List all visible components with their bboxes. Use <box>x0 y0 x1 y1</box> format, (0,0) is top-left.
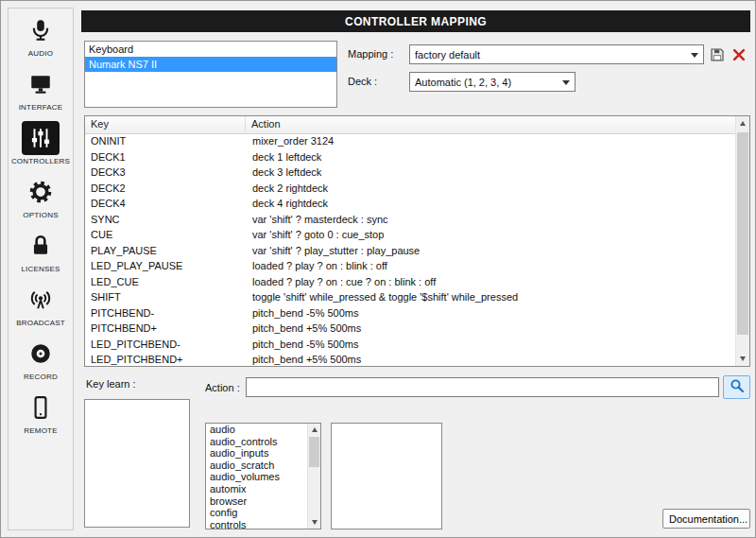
cell-key: LED_PITCHBEND- <box>85 337 246 353</box>
action-label: Action : <box>205 382 240 393</box>
scroll-up-icon[interactable] <box>736 116 749 130</box>
record-icon <box>22 337 60 371</box>
sidebar-item-label: LICENSES <box>21 265 60 273</box>
floppy-save-icon <box>708 46 727 63</box>
cell-action: loaded ? play ? on : cue ? on : blink : … <box>246 274 436 290</box>
cell-key: DECK3 <box>85 165 246 181</box>
mapping-combobox[interactable]: factory default <box>409 44 704 64</box>
key-learn-listbox[interactable] <box>84 399 190 528</box>
sidebar-item-audio[interactable]: AUDIO <box>9 13 73 67</box>
table-row[interactable]: PITCHBEND+pitch_bend +5% 500ms <box>85 321 735 337</box>
cell-key: ONINIT <box>85 133 246 149</box>
delete-mapping-button[interactable] <box>730 45 748 64</box>
sidebar-item-remote[interactable]: REMOTE <box>9 390 73 444</box>
table-row[interactable]: SHIFTtoggle 'shift' while_pressed & togg… <box>85 289 735 305</box>
scrollbar-thumb[interactable] <box>309 437 319 467</box>
column-header-key[interactable]: Key <box>85 116 246 133</box>
cell-key: PLAY_PAUSE <box>85 243 246 259</box>
table-row[interactable]: DECK1deck 1 leftdeck <box>85 149 735 165</box>
chevron-down-icon <box>562 80 570 85</box>
table-row[interactable]: CUEvar 'shift' ? goto 0 : cue_stop <box>85 227 735 243</box>
scroll-up-icon[interactable] <box>308 424 320 436</box>
sidebar-item-label: OPTIONS <box>23 211 58 219</box>
table-header: Key Action <box>85 116 735 134</box>
table-row[interactable]: SYNCvar 'shift' ? masterdeck : sync <box>85 212 735 228</box>
action-category-item[interactable]: audio_inputs <box>206 447 307 460</box>
table-row[interactable]: LED_PITCHBEND+pitch_bend +5% 500ms <box>85 352 735 366</box>
cell-key: LED_PLAY_PAUSE <box>85 258 246 274</box>
cell-action: deck 2 rightdeck <box>246 181 328 197</box>
category-scrollbar[interactable] <box>307 424 320 529</box>
table-row[interactable]: LED_PLAY_PAUSEloaded ? play ? on : blink… <box>85 258 735 274</box>
column-header-action[interactable]: Action <box>246 116 286 133</box>
device-item[interactable]: Numark NS7 II <box>85 57 336 72</box>
action-input[interactable] <box>246 377 719 397</box>
cell-action: loaded ? play ? on : blink : off <box>246 258 387 274</box>
deck-combobox-value: Automatic (1, 2, 3, 4) <box>415 77 511 88</box>
cell-action: toggle 'shift' while_pressed & toggle '$… <box>246 289 518 305</box>
cell-action: pitch_bend +5% 500ms <box>246 352 361 366</box>
sidebar-item-controllers[interactable]: CONTROLLERS <box>9 121 73 175</box>
cell-key: PITCHBEND+ <box>85 321 246 337</box>
sidebar-item-label: INTERFACE <box>19 103 63 112</box>
red-x-delete-icon <box>730 46 748 63</box>
sidebar-item-record[interactable]: RECORD <box>9 337 73 390</box>
scroll-down-icon[interactable] <box>308 516 320 529</box>
cell-action: pitch_bend +5% 500ms <box>246 321 361 337</box>
device-list[interactable]: KeyboardNumark NS7 II <box>84 41 337 108</box>
table-row[interactable]: LED_PITCHBEND-pitch_bend -5% 500ms <box>85 337 735 353</box>
scroll-down-icon[interactable] <box>736 352 749 366</box>
table-row[interactable]: DECK4deck 4 rightdeck <box>85 196 735 212</box>
table-row[interactable]: ONINITmixer_order 3124 <box>85 133 735 149</box>
sidebar-item-broadcast[interactable]: BROADCAST <box>9 283 73 337</box>
sidebar-item-options[interactable]: OPTIONS <box>9 175 73 229</box>
gear-icon <box>22 175 60 209</box>
mapping-combobox-value: factory default <box>415 49 480 61</box>
cell-key: SYNC <box>85 212 246 228</box>
smartphone-icon <box>22 390 60 425</box>
action-category-item[interactable]: audio <box>206 424 307 436</box>
sidebar-item-label: AUDIO <box>28 49 53 58</box>
lock-icon <box>22 229 60 263</box>
action-sub-list[interactable] <box>331 423 442 529</box>
table-row[interactable]: DECK2deck 2 rightdeck <box>85 181 735 197</box>
sidebar-item-label: CONTROLLERS <box>11 157 70 165</box>
cell-key: DECK1 <box>85 149 246 165</box>
sidebar: AUDIOINTERFACECONTROLLERSOPTIONSLICENSES… <box>8 8 74 530</box>
sidebar-item-label: RECORD <box>24 373 58 381</box>
action-category-item[interactable]: audio_volumes <box>206 471 307 483</box>
sidebar-item-label: REMOTE <box>24 426 57 435</box>
action-category-list[interactable]: audioaudio_controlsaudio_inputsaudio_scr… <box>205 423 321 529</box>
sidebar-item-licenses[interactable]: LICENSES <box>9 229 73 283</box>
cell-action: deck 1 leftdeck <box>246 149 321 165</box>
cell-action: pitch_bend -5% 500ms <box>246 337 359 353</box>
action-category-item[interactable]: controls <box>206 519 307 529</box>
table-scrollbar[interactable] <box>735 116 749 366</box>
key-learn-label: Key learn : <box>86 378 136 390</box>
documentation-button[interactable]: Documentation... <box>662 509 750 529</box>
action-category-item[interactable]: browser <box>206 495 307 508</box>
cell-key: CUE <box>85 227 246 243</box>
scrollbar-thumb[interactable] <box>737 132 748 335</box>
table-body: ONINITmixer_order 3124DECK1deck 1 leftde… <box>85 133 735 366</box>
deck-combobox[interactable]: Automatic (1, 2, 3, 4) <box>409 72 576 92</box>
broadcast-icon <box>22 283 60 317</box>
sidebar-item-interface[interactable]: INTERFACE <box>9 67 73 121</box>
table-row[interactable]: LED_CUEloaded ? play ? on : cue ? on : b… <box>85 274 735 290</box>
action-category-item[interactable]: config <box>206 507 307 519</box>
table-row[interactable]: PLAY_PAUSEvar 'shift' ? play_stutter : p… <box>85 243 735 259</box>
table-row[interactable]: DECK3deck 3 leftdeck <box>85 165 735 181</box>
search-action-button[interactable] <box>723 375 750 399</box>
cell-key: LED_PITCHBEND+ <box>85 352 246 366</box>
action-category-item[interactable]: automix <box>206 483 307 495</box>
cell-action: pitch_bend -5% 500ms <box>246 305 359 321</box>
action-category-item[interactable]: audio_scratch <box>206 460 307 472</box>
table-row[interactable]: PITCHBEND-pitch_bend -5% 500ms <box>85 305 735 321</box>
device-item[interactable]: Keyboard <box>85 42 336 57</box>
cell-action: deck 4 rightdeck <box>246 196 328 212</box>
mapping-label: Mapping : <box>348 48 393 60</box>
cell-action: var 'shift' ? play_stutter : play_pause <box>246 243 420 259</box>
magnifier-search-icon <box>729 377 746 397</box>
action-category-item[interactable]: audio_controls <box>206 436 307 448</box>
save-mapping-button[interactable] <box>708 45 727 64</box>
